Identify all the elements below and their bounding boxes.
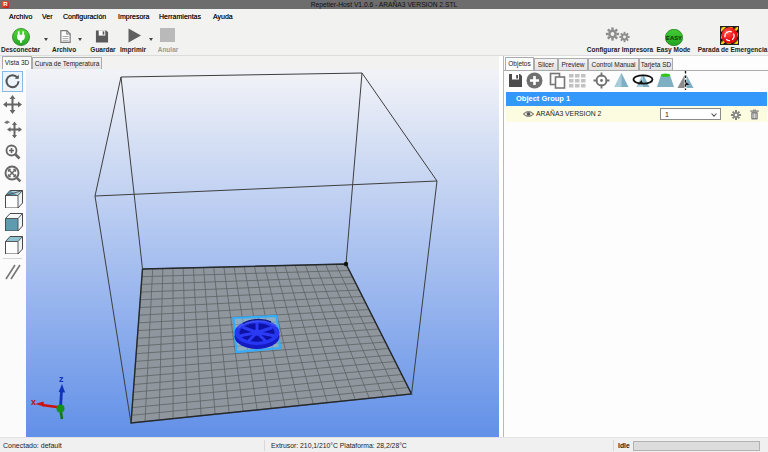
svg-text:EASY: EASY [666,35,682,41]
svg-text:z: z [59,374,64,384]
svg-text:x: x [31,397,36,407]
